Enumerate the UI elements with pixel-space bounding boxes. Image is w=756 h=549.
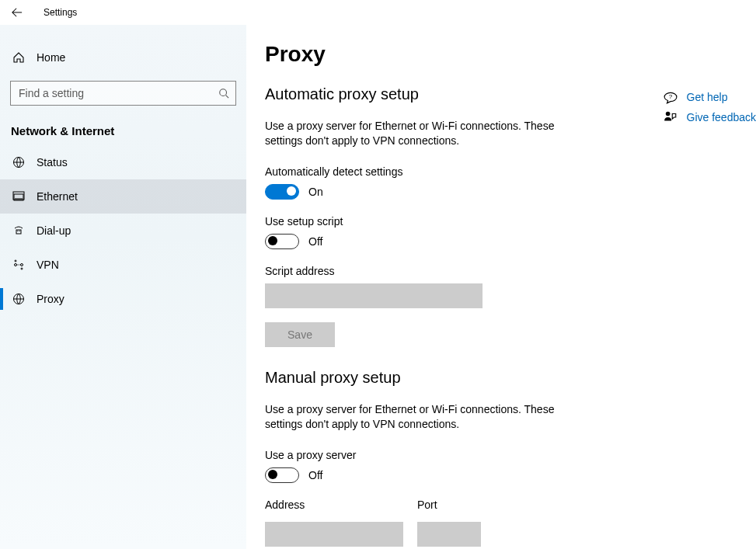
- home-link[interactable]: Home: [0, 42, 246, 73]
- sidebar-item-dialup[interactable]: Dial-up: [0, 214, 246, 248]
- auto-section-desc: Use a proxy server for Ethernet or Wi-Fi…: [265, 119, 591, 148]
- sidebar-item-label: Proxy: [37, 293, 64, 305]
- sidebar-item-proxy[interactable]: Proxy: [0, 282, 246, 316]
- svg-text:?: ?: [668, 93, 672, 100]
- use-proxy-state: Off: [308, 469, 322, 481]
- use-proxy-label: Use a proxy server: [265, 449, 756, 461]
- search-input[interactable]: [11, 82, 235, 105]
- svg-point-13: [19, 231, 20, 231]
- save-button[interactable]: Save: [265, 322, 335, 347]
- feedback-icon: [664, 110, 678, 124]
- svg-point-18: [21, 268, 23, 269]
- use-script-toggle[interactable]: [265, 234, 299, 249]
- back-button[interactable]: [11, 6, 23, 19]
- sidebar-item-ethernet[interactable]: Ethernet: [0, 179, 246, 214]
- sidebar: Home Network & Internet Status Ethernet …: [0, 25, 246, 549]
- window-title: Settings: [44, 7, 77, 18]
- manual-section-heading: Manual proxy setup: [265, 369, 756, 387]
- give-feedback-link[interactable]: Give feedback: [664, 110, 757, 124]
- svg-rect-10: [16, 230, 21, 234]
- svg-point-14: [15, 264, 17, 266]
- sidebar-item-label: VPN: [37, 259, 59, 271]
- get-help-label: Get help: [687, 91, 728, 103]
- sidebar-item-label: Status: [37, 156, 68, 169]
- auto-detect-label: Automatically detect settings: [265, 165, 756, 178]
- manual-section-desc: Use a proxy server for Ethernet or Wi-Fi…: [265, 402, 591, 432]
- home-label: Home: [37, 51, 65, 64]
- arrow-left-icon: [12, 7, 23, 18]
- auto-detect-toggle[interactable]: [265, 184, 299, 200]
- svg-point-15: [21, 264, 23, 266]
- page-title: Proxy: [265, 42, 756, 67]
- use-script-label: Use setup script: [265, 215, 756, 228]
- script-address-input[interactable]: [265, 283, 483, 308]
- sidebar-item-label: Dial-up: [37, 224, 71, 237]
- search-box[interactable]: [10, 81, 236, 106]
- content-area: Proxy Automatic proxy setup Use a proxy …: [246, 25, 756, 549]
- sidebar-item-vpn[interactable]: VPN: [0, 248, 246, 282]
- auto-detect-state: On: [308, 186, 323, 198]
- dialup-icon: [12, 224, 26, 238]
- status-icon: [12, 155, 26, 169]
- svg-point-17: [15, 260, 16, 262]
- help-icon: ?: [664, 90, 678, 104]
- proxy-icon: [12, 292, 26, 306]
- sidebar-section-title: Network & Internet: [0, 113, 246, 145]
- script-address-label: Script address: [265, 265, 756, 277]
- ethernet-icon: [12, 189, 26, 203]
- vpn-icon: [12, 258, 26, 272]
- sidebar-item-label: Ethernet: [37, 190, 78, 203]
- use-proxy-toggle[interactable]: [265, 467, 299, 483]
- address-label: Address: [265, 499, 403, 511]
- use-script-state: Off: [308, 235, 322, 248]
- svg-point-21: [665, 112, 670, 116]
- get-help-link[interactable]: ? Get help: [664, 90, 757, 104]
- give-feedback-label: Give feedback: [687, 111, 757, 123]
- svg-point-11: [17, 231, 18, 231]
- sidebar-item-status[interactable]: Status: [0, 145, 246, 179]
- port-input[interactable]: [417, 522, 481, 547]
- port-label: Port: [417, 499, 481, 511]
- home-icon: [12, 50, 26, 64]
- svg-point-12: [19, 231, 19, 231]
- address-input[interactable]: [265, 522, 403, 547]
